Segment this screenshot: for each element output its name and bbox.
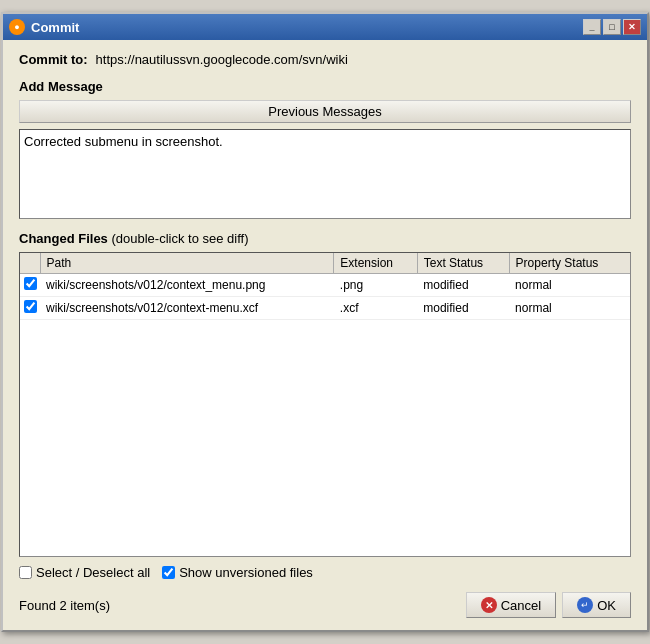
- changed-files-subtitle: (double-click to see diff): [111, 231, 248, 246]
- close-button[interactable]: ✕: [623, 19, 641, 35]
- file-extension: .xcf: [334, 297, 417, 320]
- cancel-icon: ✕: [481, 597, 497, 613]
- file-path: wiki/screenshots/v012/context-menu.xcf: [40, 297, 334, 320]
- cancel-label: Cancel: [501, 598, 541, 613]
- commit-to-url: https://nautilussvn.googlecode.com/svn/w…: [96, 52, 348, 67]
- show-unversioned-checkbox[interactable]: [162, 566, 175, 579]
- window-content: Commit to: https://nautilussvn.googlecod…: [3, 40, 647, 630]
- col-extension: Extension: [334, 253, 417, 274]
- message-textarea[interactable]: Corrected submenu in screenshot.: [19, 129, 631, 219]
- minimize-button[interactable]: _: [583, 19, 601, 35]
- window-title: Commit: [31, 20, 79, 35]
- file-checkbox-0[interactable]: [24, 277, 37, 290]
- files-table-container: Path Extension Text Status Property Stat…: [19, 252, 631, 557]
- cancel-button[interactable]: ✕ Cancel: [466, 592, 556, 618]
- commit-to-label: Commit to:: [19, 52, 88, 67]
- file-text-status: modified: [417, 297, 509, 320]
- col-text-status: Text Status: [417, 253, 509, 274]
- action-buttons: ✕ Cancel ↵ OK: [466, 592, 631, 618]
- title-bar-left: ● Commit: [9, 19, 79, 35]
- file-extension: .png: [334, 274, 417, 297]
- app-icon: ●: [9, 19, 25, 35]
- col-property-status: Property Status: [509, 253, 630, 274]
- table-row: wiki/screenshots/v012/context-menu.xcf.x…: [20, 297, 630, 320]
- file-checkbox-1[interactable]: [24, 300, 37, 313]
- commit-to-row: Commit to: https://nautilussvn.googlecod…: [19, 52, 631, 67]
- changed-files-label: Changed Files: [19, 231, 108, 246]
- file-text-status: modified: [417, 274, 509, 297]
- select-all-label[interactable]: Select / Deselect all: [19, 565, 150, 580]
- ok-icon: ↵: [577, 597, 593, 613]
- found-items-text: Found 2 item(s): [19, 598, 110, 613]
- title-bar-buttons: _ □ ✕: [583, 19, 641, 35]
- status-bar: Found 2 item(s) ✕ Cancel ↵ OK: [19, 588, 631, 618]
- changed-files-title: Changed Files (double-click to see diff): [19, 231, 631, 246]
- col-check: [20, 253, 40, 274]
- file-property-status: normal: [509, 297, 630, 320]
- file-path: wiki/screenshots/v012/context_menu.png: [40, 274, 334, 297]
- add-message-title: Add Message: [19, 79, 631, 94]
- col-path: Path: [40, 253, 334, 274]
- commit-dialog: ● Commit _ □ ✕ Commit to: https://nautil…: [1, 12, 649, 632]
- ok-label: OK: [597, 598, 616, 613]
- table-header-row: Path Extension Text Status Property Stat…: [20, 253, 630, 274]
- table-row: wiki/screenshots/v012/context_menu.png.p…: [20, 274, 630, 297]
- title-bar: ● Commit _ □ ✕: [3, 14, 647, 40]
- show-unversioned-label[interactable]: Show unversioned files: [162, 565, 313, 580]
- select-all-checkbox[interactable]: [19, 566, 32, 579]
- ok-button[interactable]: ↵ OK: [562, 592, 631, 618]
- bottom-controls: Select / Deselect all Show unversioned f…: [19, 565, 631, 580]
- row-checkbox-cell[interactable]: [20, 274, 40, 297]
- row-checkbox-cell[interactable]: [20, 297, 40, 320]
- maximize-button[interactable]: □: [603, 19, 621, 35]
- files-table: Path Extension Text Status Property Stat…: [20, 253, 630, 320]
- file-property-status: normal: [509, 274, 630, 297]
- previous-messages-button[interactable]: Previous Messages: [19, 100, 631, 123]
